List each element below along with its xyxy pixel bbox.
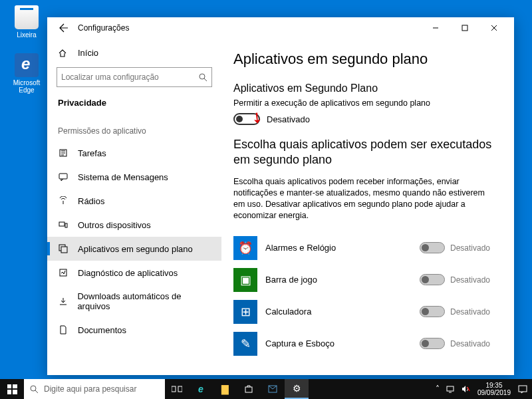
window-title: Configurações <box>78 23 129 33</box>
svg-point-2 <box>200 74 205 79</box>
svg-rect-17 <box>172 386 176 392</box>
section-subheading: Aplicativos em Segundo Plano <box>233 82 494 94</box>
close-button[interactable] <box>479 18 509 38</box>
home-link[interactable]: Início <box>47 43 221 63</box>
svg-rect-14 <box>13 390 17 394</box>
nav-label: Aplicativos em segundo plano <box>78 244 193 254</box>
nav-item-mensagens[interactable]: Sistema de Mensagens <box>47 165 221 189</box>
titlebar: Configurações <box>47 17 514 39</box>
svg-rect-12 <box>13 384 17 388</box>
recycle-bin-label: Lixeira <box>7 31 47 39</box>
allow-label: Permitir a execução de aplicativos em se… <box>233 98 494 108</box>
taskbar-explorer[interactable]: ▇ <box>213 379 237 399</box>
radios-icon <box>58 196 68 206</box>
category-title: Privacidade <box>47 94 221 116</box>
app-name: Calculadora <box>265 307 420 317</box>
maximize-button[interactable] <box>450 18 479 38</box>
app-toggle[interactable] <box>420 242 445 253</box>
choose-description: Escolha quais aplicativos podem receber … <box>233 176 494 221</box>
taskbar-store[interactable] <box>237 379 261 399</box>
edge-label: Microsoft Edge <box>7 79 47 94</box>
settings-window: Configurações Início Privacidade Permiss… <box>47 17 514 375</box>
nav-list: Tarefas Sistema de Mensagens Rádios Outr… <box>47 141 221 342</box>
nav-item-diagnostico[interactable]: Diagnóstico de aplicativos <box>47 261 221 285</box>
nav-label: Sistema de Mensagens <box>78 172 168 182</box>
recycle-bin-icon <box>15 5 39 29</box>
messaging-icon <box>58 172 68 182</box>
action-center-icon[interactable] <box>515 385 531 394</box>
app-row: ⊞ Calculadora Desativado <box>233 296 494 328</box>
svg-rect-1 <box>462 25 467 31</box>
tray-chevron-up-icon[interactable]: ˄ <box>432 384 443 394</box>
master-toggle[interactable] <box>233 113 260 125</box>
background-apps-icon <box>58 243 68 254</box>
nav-item-tarefas[interactable]: Tarefas <box>47 141 221 165</box>
nav-label: Rádios <box>78 196 104 206</box>
tray-volume-icon[interactable] <box>458 385 473 393</box>
app-toggle[interactable] <box>420 338 445 349</box>
edge-shortcut[interactable]: Microsoft Edge <box>7 53 47 94</box>
taskbar-edge[interactable]: e <box>189 379 213 399</box>
app-icon-barra-jogo: ▣ <box>233 268 257 292</box>
taskbar: Digite aqui para pesquisar e ▇ ⚙ ˄ 19:35… <box>0 379 532 399</box>
nav-label: Outros dispositivos <box>78 220 151 230</box>
task-view-button[interactable] <box>165 379 189 399</box>
app-row: ✎ Captura e Esboço Desativado <box>233 328 494 360</box>
choose-heading: Escolha quais aplicativos podem ser exec… <box>233 137 494 167</box>
svg-rect-7 <box>65 223 67 227</box>
nav-label: Diagnóstico de aplicativos <box>78 268 178 278</box>
back-button[interactable] <box>53 17 74 39</box>
page-heading: Aplicativos em segundo plano <box>233 51 494 68</box>
app-row: ▣ Barra de jogo Desativado <box>233 264 494 296</box>
home-icon <box>58 49 68 58</box>
main-panel: Aplicativos em segundo plano Aplicativos… <box>221 39 514 375</box>
svg-rect-5 <box>59 174 67 179</box>
taskbar-mail[interactable] <box>261 379 285 399</box>
start-button[interactable] <box>0 379 24 399</box>
svg-line-3 <box>204 78 207 81</box>
taskbar-search-placeholder: Digite aqui para pesquisar <box>44 384 136 394</box>
settings-search[interactable] <box>57 67 212 87</box>
nav-item-downloads[interactable]: Downloads automáticos de arquivos <box>47 285 221 318</box>
svg-rect-19 <box>245 387 252 392</box>
app-toggle-state: Desativado <box>450 307 494 317</box>
home-label: Início <box>78 48 98 58</box>
clock-time: 19:35 <box>477 382 511 389</box>
taskbar-settings[interactable]: ⚙ <box>285 379 309 399</box>
recycle-bin[interactable]: Lixeira <box>7 5 47 39</box>
app-name: Captura e Esboço <box>265 338 420 348</box>
app-icon-captura: ✎ <box>233 332 257 356</box>
documents-icon <box>58 325 68 335</box>
nav-item-outros-dispositivos[interactable]: Outros dispositivos <box>47 213 221 237</box>
permissions-header: Permissões do aplicativo <box>47 116 221 141</box>
app-icon-alarmes: ⏰ <box>233 236 257 260</box>
tray-network-icon[interactable] <box>443 385 458 393</box>
svg-rect-6 <box>59 222 65 226</box>
app-toggle[interactable] <box>420 306 445 317</box>
taskbar-search[interactable]: Digite aqui para pesquisar <box>24 379 165 399</box>
clock-date: 09/09/2019 <box>477 389 511 396</box>
sidebar: Início Privacidade Permissões do aplicat… <box>47 39 221 375</box>
app-toggle-state: Desativado <box>450 243 494 253</box>
minimize-button[interactable] <box>421 18 450 38</box>
settings-search-input[interactable] <box>61 72 198 82</box>
nav-item-documentos[interactable]: Documentos <box>47 318 221 342</box>
edge-icon <box>15 53 39 77</box>
nav-label: Documentos <box>78 325 126 335</box>
svg-rect-11 <box>7 384 11 388</box>
app-toggle-state: Desativado <box>450 339 494 348</box>
app-name: Barra de jogo <box>265 275 420 285</box>
app-toggle-state: Desativado <box>450 275 494 285</box>
downloads-icon <box>58 296 68 307</box>
app-toggle[interactable] <box>420 274 445 285</box>
devices-icon <box>58 219 68 230</box>
taskbar-clock[interactable]: 19:35 09/09/2019 <box>473 382 515 396</box>
diagnostics-icon <box>58 267 68 278</box>
system-tray: ˄ 19:35 09/09/2019 <box>432 382 532 396</box>
app-icon-calculadora: ⊞ <box>233 300 257 324</box>
svg-rect-13 <box>7 390 11 394</box>
nav-item-apps-segundo-plano[interactable]: Aplicativos em segundo plano <box>47 237 221 261</box>
search-icon <box>29 384 39 394</box>
nav-item-radios[interactable]: Rádios <box>47 189 221 213</box>
search-icon <box>198 72 207 82</box>
